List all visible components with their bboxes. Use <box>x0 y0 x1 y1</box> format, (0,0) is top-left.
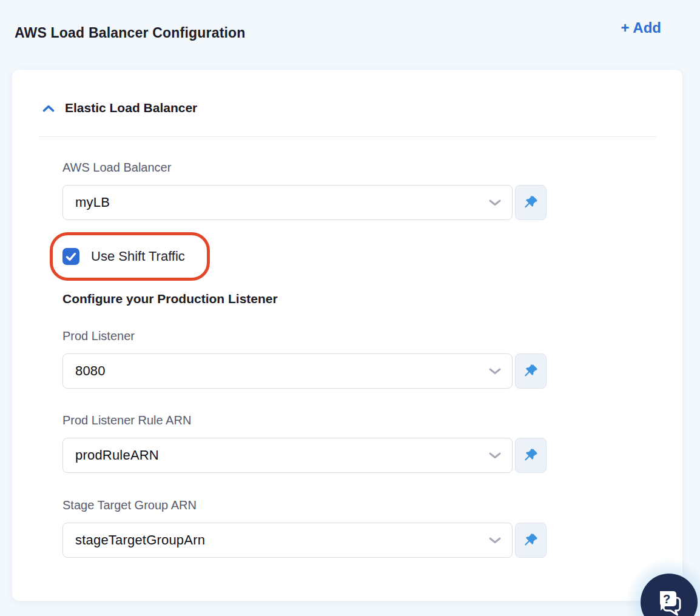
use-shift-traffic-label: Use Shift Traffic <box>91 249 185 264</box>
pin-button[interactable] <box>515 185 547 220</box>
chevron-down-icon <box>488 199 502 206</box>
svg-text:?: ? <box>663 592 670 606</box>
chevron-down-icon <box>488 537 502 544</box>
prod-listener-widget: 8080 <box>62 353 547 389</box>
section-elastic-load-balancer[interactable]: Elastic Load Balancer <box>12 70 197 115</box>
pushpin-icon <box>523 195 539 210</box>
pin-button[interactable] <box>515 353 547 389</box>
prod-listener-rule-arn-label: Prod Listener Rule ARN <box>62 413 546 427</box>
prod-listener-label: Prod Listener <box>62 329 546 343</box>
config-form: AWS Load Balancer myLB Use Shift Tra <box>12 160 546 558</box>
page-header: AWS Load Balancer Configuration + Add <box>0 0 700 41</box>
aws-load-balancer-label: AWS Load Balancer <box>62 160 546 175</box>
prod-listener-rule-arn-select[interactable]: prodRuleARN <box>62 438 513 473</box>
chevron-up-icon <box>42 104 55 112</box>
aws-load-balancer-widget: myLB <box>62 185 547 220</box>
stage-target-group-arn-widget: stageTargetGroupArn <box>62 523 547 558</box>
select-value: myLB <box>75 195 110 210</box>
select-value: prodRuleARN <box>75 447 159 463</box>
pushpin-icon <box>523 447 539 463</box>
aws-load-balancer-select[interactable]: myLB <box>62 185 513 220</box>
help-chat-icon: ? <box>655 588 684 616</box>
section-title: Elastic Load Balancer <box>65 101 197 115</box>
add-button[interactable]: + Add <box>621 19 661 36</box>
use-shift-traffic-checkbox[interactable] <box>62 248 79 265</box>
chevron-down-icon <box>488 452 502 459</box>
annotation-highlight-box: Use Shift Traffic <box>50 232 210 281</box>
stage-target-group-arn-select[interactable]: stageTargetGroupArn <box>62 523 513 558</box>
load-balancer-config-card: Elastic Load Balancer AWS Load Balancer … <box>12 70 682 601</box>
stage-target-group-arn-label: Stage Target Group ARN <box>62 498 546 512</box>
pin-button[interactable] <box>515 438 547 473</box>
chevron-down-icon <box>488 367 502 375</box>
pushpin-icon <box>523 363 539 379</box>
prod-listener-select[interactable]: 8080 <box>62 353 513 389</box>
checkmark-icon <box>66 252 76 261</box>
pin-button[interactable] <box>515 523 547 558</box>
page-title: AWS Load Balancer Configuration <box>15 25 246 41</box>
select-value: 8080 <box>75 363 106 379</box>
pushpin-icon <box>523 532 539 548</box>
production-listener-heading: Configure your Production Listener <box>62 292 546 306</box>
select-value: stageTargetGroupArn <box>75 532 205 548</box>
section-divider <box>39 136 656 137</box>
prod-listener-rule-arn-widget: prodRuleARN <box>62 438 547 473</box>
